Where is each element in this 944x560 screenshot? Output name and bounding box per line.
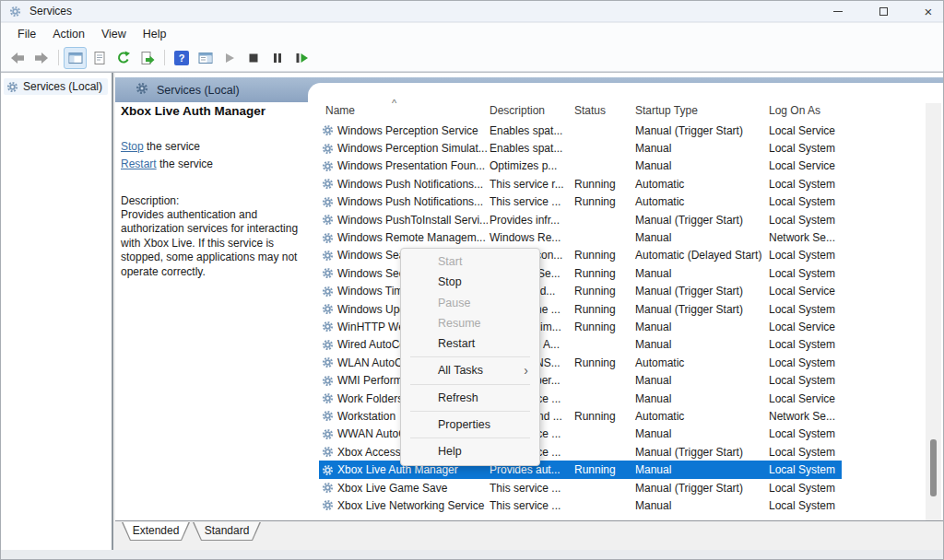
- cell-logon: Local System: [767, 356, 840, 369]
- cell-start: Automatic: [633, 356, 767, 369]
- properties-button[interactable]: [88, 47, 111, 69]
- svg-text:?: ?: [178, 52, 184, 64]
- show-console-tree-button[interactable]: [64, 47, 87, 69]
- start-service-button[interactable]: [218, 47, 241, 69]
- restart-service-button[interactable]: [289, 47, 313, 69]
- menu-help[interactable]: Help: [135, 26, 175, 42]
- gear-icon: [319, 143, 337, 155]
- service-row[interactable]: Xbox Accessory Managem...This service ..…: [319, 443, 842, 461]
- service-row[interactable]: Windows Perception ServiceEnables spat..…: [319, 122, 842, 139]
- context-menu-item-restart[interactable]: Restart: [401, 333, 539, 354]
- service-row[interactable]: Windows Remote Managem...Windows Re...Ma…: [319, 228, 842, 246]
- column-header-name[interactable]: Name: [319, 104, 488, 122]
- service-row[interactable]: Windows TimeMaintains d...RunningManual …: [319, 283, 842, 300]
- column-header-log-on-as[interactable]: Log On As: [767, 104, 840, 122]
- service-row[interactable]: WLAN AutoConfigThe WLANS...RunningAutoma…: [319, 354, 842, 371]
- service-row[interactable]: WinHTTP Web Proxy Auto-...WinHTTP im...R…: [319, 318, 842, 335]
- cell-logon: Local System: [767, 499, 840, 512]
- tab-extended[interactable]: Extended: [122, 522, 190, 541]
- context-menu-item-properties[interactable]: Properties: [401, 414, 539, 435]
- tab-standard[interactable]: Standard: [193, 522, 261, 541]
- context-menu-item-stop[interactable]: Stop: [401, 272, 539, 292]
- service-row[interactable]: Windows UpdateEnables the ...RunningManu…: [319, 300, 842, 318]
- service-row[interactable]: Windows Security ServiceWindows Se...Run…: [319, 264, 842, 282]
- stop-service-button[interactable]: [242, 47, 265, 69]
- cell-start: Manual: [633, 427, 767, 440]
- pause-service-button[interactable]: [266, 47, 289, 69]
- context-menu-item-all-tasks[interactable]: All Tasks›: [401, 360, 539, 380]
- cell-desc: Enables spat...: [488, 124, 574, 137]
- cell-name: Windows Perception Simulat...: [337, 142, 488, 155]
- scrollbar-thumb[interactable]: [930, 439, 937, 496]
- menu-separator: [410, 411, 530, 412]
- cell-logon: Local System: [767, 338, 840, 351]
- service-row[interactable]: Xbox Live Networking ServiceThis service…: [319, 496, 842, 514]
- context-menu-item-help[interactable]: Help: [401, 441, 539, 461]
- menu-view[interactable]: View: [93, 26, 135, 42]
- gear-icon: [319, 196, 337, 208]
- help-button[interactable]: ?: [170, 47, 193, 69]
- stop-link-suffix: the service: [144, 140, 200, 153]
- extended-detail-panel: Xbox Live Auth Manager Stop the service …: [121, 102, 316, 279]
- submenu-arrow-icon: ›: [524, 360, 528, 380]
- service-row[interactable]: WorkstationCreates and ...RunningAutomat…: [319, 407, 842, 425]
- gear-icon: [319, 392, 337, 404]
- minimize-button[interactable]: [817, 1, 859, 22]
- service-row[interactable]: Wired AutoConfigThe Wired A...ManualLoca…: [319, 336, 842, 354]
- gear-icon: [319, 321, 337, 332]
- refresh-button[interactable]: [112, 47, 135, 69]
- vertical-scrollbar[interactable]: [926, 103, 941, 520]
- cell-desc: This service r...: [488, 178, 574, 191]
- export-list-button[interactable]: [136, 47, 159, 69]
- service-row[interactable]: Work FoldersThis service ...ManualLocal …: [319, 390, 842, 407]
- column-header-description[interactable]: Description: [488, 104, 574, 122]
- context-menu-item-pause: Pause: [401, 293, 539, 313]
- service-row[interactable]: Windows Push Notifications...This servic…: [319, 193, 842, 211]
- column-header-startup-type[interactable]: Startup Type: [633, 104, 767, 122]
- forward-button[interactable]: [30, 47, 53, 69]
- context-menu-item-refresh[interactable]: Refresh: [401, 388, 539, 408]
- cell-name: Windows Push Notifications...: [337, 178, 488, 191]
- gear-icon: [319, 482, 337, 494]
- restart-link-suffix: the service: [157, 158, 213, 170]
- service-row[interactable]: Windows SearchProvides con...RunningAuto…: [319, 247, 842, 264]
- menu-bar: FileActionViewHelp: [1, 23, 943, 44]
- description-text: Provides authentication and authorizatio…: [121, 208, 314, 279]
- service-row[interactable]: Windows Push Notifications...This servic…: [319, 175, 842, 192]
- toolbar-separator: [164, 50, 165, 65]
- tree-item-services-local[interactable]: Services (Local): [4, 78, 108, 95]
- gear-icon: [319, 464, 337, 476]
- menu-file[interactable]: File: [9, 26, 44, 42]
- cell-start: Manual: [633, 499, 767, 512]
- gear-icon: [319, 499, 337, 511]
- stop-service-link[interactable]: Stop: [121, 140, 144, 153]
- cell-status: Running: [574, 267, 633, 280]
- cell-name: Windows Presentation Foun...: [337, 159, 488, 172]
- gear-icon: [136, 82, 148, 99]
- cell-logon: Local System: [767, 195, 840, 208]
- restart-service-link[interactable]: Restart: [121, 158, 157, 170]
- cell-desc: Provides infr...: [488, 214, 574, 227]
- menu-action[interactable]: Action: [44, 26, 93, 42]
- services-window: Services × FileActionViewHelp ? Services…: [0, 0, 944, 560]
- cell-start: Manual (Trigger Start): [633, 285, 767, 298]
- maximize-button[interactable]: [862, 1, 904, 22]
- cell-name: Windows Remote Managem...: [337, 231, 488, 244]
- service-row[interactable]: Windows Perception Simulat...Enables spa…: [319, 139, 842, 157]
- service-row[interactable]: WMI Performance AdapterProvides per...Ma…: [319, 371, 842, 389]
- cell-start: Manual: [633, 231, 767, 244]
- service-row[interactable]: Windows PushToInstall Servi...Provides i…: [319, 211, 842, 228]
- service-row[interactable]: Xbox Live Game SaveThis service ...Manua…: [319, 479, 842, 496]
- service-row-selected[interactable]: Xbox Live Auth ManagerProvides aut...Run…: [319, 461, 842, 478]
- column-header-status[interactable]: Status: [574, 104, 633, 122]
- cell-logon: Local Service: [767, 321, 840, 333]
- cell-logon: Local System: [767, 142, 840, 155]
- service-row[interactable]: Windows Presentation Foun...Optimizes p.…: [319, 158, 842, 175]
- close-button[interactable]: ×: [907, 1, 944, 22]
- back-button[interactable]: [6, 47, 29, 69]
- cell-logon: Local System: [767, 303, 840, 316]
- console-tree-pane: Services (Local): [1, 73, 112, 550]
- cell-logon: Local Service: [767, 159, 840, 172]
- service-row[interactable]: WWAN AutoConfigThis service ...ManualLoc…: [319, 426, 842, 443]
- show-action-pane-button[interactable]: [194, 47, 217, 69]
